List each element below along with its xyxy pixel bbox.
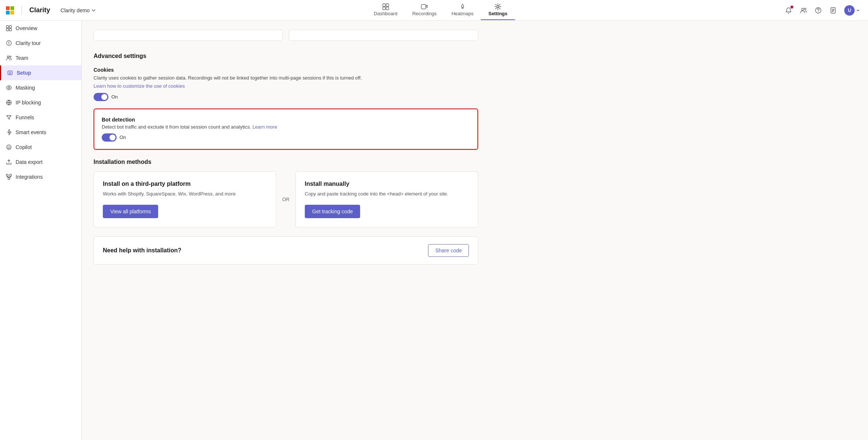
logo-area: Clarity [6,6,53,15]
svg-rect-6 [383,7,385,10]
svg-rect-2 [6,11,10,14]
advanced-settings-title: Advanced settings [94,50,478,59]
get-tracking-code-button[interactable]: Get tracking code [305,205,360,218]
sidebar-item-team-label: Team [16,55,28,61]
svg-rect-17 [9,26,12,28]
install-cards: Install on a third-party platform Works … [94,171,478,228]
tab-recordings[interactable]: Recordings [405,0,444,20]
sidebar-item-masking-label: Masking [16,85,35,91]
clarity-brand: Clarity [29,6,50,14]
svg-rect-5 [386,4,389,6]
microsoft-logo [6,6,14,14]
svg-point-22 [10,56,11,58]
doc-button[interactable] [827,4,839,16]
team-icon [6,55,12,61]
copilot-icon [6,144,12,150]
sidebar-item-clarity-tour[interactable]: Clarity tour [0,36,81,51]
top-nav: Clarity Clarity demo Dashboard Recording… [0,0,868,21]
people-button[interactable] [797,4,809,16]
svg-rect-29 [10,174,12,176]
bot-detection-toggle[interactable] [102,133,117,142]
sidebar-item-copilot[interactable]: Copilot [0,140,81,155]
svg-point-26 [8,146,9,147]
cookies-toggle-label: On [111,94,118,100]
sidebar-item-setup[interactable]: Setup [0,65,81,80]
need-help-section: Need help with installation? Share code [94,236,478,265]
svg-point-14 [818,12,819,12]
sidebar-item-integrations[interactable]: Integrations [0,169,81,184]
ip-icon [6,100,12,106]
sidebar-item-overview[interactable]: Overview [0,21,81,36]
manual-description: Copy and paste tracking code into the <h… [305,190,469,198]
cookies-learn-link[interactable]: Learn how to customize the use of cookie… [94,83,185,89]
avatar-chevron-icon [856,9,860,12]
cookies-toggle-row: On [94,93,478,101]
help-button[interactable] [812,4,824,16]
bot-detection-box: Bot detection Detect bot traffic and exc… [94,109,478,150]
main-layout: Overview Clarity tour Team Setup Masking… [0,21,868,440]
export-icon [6,159,12,165]
svg-point-10 [497,6,499,8]
masking-icon [6,85,12,91]
document-icon [830,7,836,14]
svg-rect-16 [6,26,9,28]
svg-rect-23 [8,71,12,75]
heatmaps-icon [459,3,466,10]
svg-point-9 [462,7,463,9]
chevron-down-icon [91,8,96,13]
install-card-third-party: Install on a third-party platform Works … [94,171,276,228]
notification-dot [790,5,794,9]
svg-point-12 [805,8,806,10]
sidebar-item-ip-blocking[interactable]: IP blocking [0,95,81,110]
notifications-button[interactable] [783,4,794,16]
avatar-button[interactable]: U [842,4,862,17]
project-name: Clarity demo [61,7,90,13]
share-code-button[interactable]: Share code [428,244,469,257]
svg-rect-19 [9,29,12,31]
sidebar-item-masking[interactable]: Masking [0,80,81,95]
tab-settings[interactable]: Settings [481,0,515,20]
sidebar-item-funnels[interactable]: Funnels [0,110,81,125]
sidebar-item-data-export[interactable]: Data export [0,155,81,169]
view-all-platforms-button[interactable]: View all platforms [103,205,158,218]
tour-icon [6,40,12,46]
tab-heatmaps[interactable]: Heatmaps [444,0,481,20]
manual-title: Install manually [305,181,469,187]
question-icon [815,7,822,14]
top-card-right [289,30,478,41]
svg-rect-30 [8,178,10,179]
bot-detection-label: Bot detection [102,117,470,123]
svg-rect-18 [6,29,9,31]
sidebar-item-integrations-label: Integrations [16,174,43,180]
top-card-left [94,30,283,41]
cookies-toggle[interactable] [94,93,108,101]
sidebar-item-smart-events[interactable]: Smart events [0,125,81,140]
third-party-title: Install on a third-party platform [103,181,267,187]
sidebar-item-team[interactable]: Team [0,51,81,65]
settings-icon [495,3,501,10]
sidebar-item-copilot-label: Copilot [16,144,32,150]
tab-dashboard[interactable]: Dashboard [366,0,405,20]
integrations-icon [6,174,12,180]
or-divider: OR [276,171,296,228]
installation-title: Installation methods [94,159,478,165]
bot-learn-link[interactable]: Learn more [252,124,277,130]
svg-rect-0 [6,6,10,10]
sidebar-item-setup-label: Setup [17,70,31,76]
svg-point-24 [8,87,10,89]
tab-heatmaps-label: Heatmaps [451,11,473,16]
cookies-section: Cookies Clarity uses cookies to gather s… [94,67,478,101]
svg-rect-7 [386,7,389,10]
main-content: Advanced settings Cookies Clarity uses c… [82,21,868,440]
tab-settings-label: Settings [488,11,507,16]
svg-point-21 [7,56,9,58]
svg-rect-4 [383,4,385,6]
nav-right: U [783,4,862,17]
smart-events-icon [6,129,12,135]
nav-tabs: Dashboard Recordings Heatmaps Settings [366,0,515,20]
top-cards-partial [94,30,478,41]
nav-divider [22,6,22,15]
project-selector[interactable]: Clarity demo [58,6,99,15]
tab-recordings-label: Recordings [412,11,437,16]
bot-detection-toggle-label: On [120,135,126,140]
